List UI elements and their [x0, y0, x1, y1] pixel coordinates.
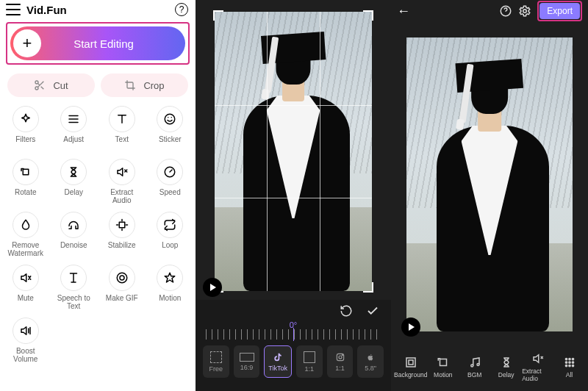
tool-label: Mute [18, 294, 34, 310]
aspect-label: Free [209, 365, 223, 373]
tool-make-gif[interactable]: Make GIF [98, 260, 146, 313]
tool-label: Motion [434, 371, 453, 379]
tool-label: Boost Volume [13, 347, 37, 363]
editor-header: ← Export [391, 0, 588, 22]
tool-extract-audio[interactable]: Extract Audio [98, 154, 146, 207]
tool-rotate[interactable]: Rotate [1, 154, 50, 207]
export-label: Export [547, 6, 573, 16]
speech-text-icon [60, 265, 87, 291]
aspect-free[interactable]: Free [203, 345, 229, 378]
tool-label: Extract Audio [522, 367, 553, 382]
star-icon [157, 265, 183, 291]
sparkle-icon [12, 106, 39, 132]
volume-up-icon [12, 318, 39, 344]
aspect-label: 5.8" [365, 365, 376, 372]
aspect-tiktok[interactable]: TikTok [264, 345, 292, 378]
hourglass-icon [60, 159, 87, 185]
tool-delay[interactable]: Delay [490, 356, 522, 379]
aspect-1-1[interactable]: 1:1 [296, 345, 323, 378]
tool-label: Filters [15, 135, 35, 151]
crop-button[interactable]: Crop [101, 73, 188, 97]
cut-button[interactable]: Cut [7, 73, 95, 97]
tool-label: Extract Audio [110, 188, 133, 204]
crop-preview[interactable] [196, 0, 391, 300]
start-editing-button[interactable]: + Start Editing [10, 26, 185, 60]
help-icon[interactable]: ? [175, 3, 188, 16]
tool-remove-watermark[interactable]: Remove Watermark [1, 207, 50, 260]
home-header: Vid.Fun ? [0, 0, 196, 18]
crop-controls: 0° Free 16:9 TikTok 1:1 1:1 5.8" [196, 300, 391, 391]
menu-icon[interactable] [6, 4, 21, 15]
tool-label: Background [394, 371, 427, 379]
reset-rotation-button[interactable] [340, 304, 353, 318]
crop-label: Crop [143, 80, 164, 91]
tool-adjust[interactable]: Adjust [50, 101, 98, 154]
editor-preview[interactable] [391, 22, 588, 342]
crop-icon [124, 79, 136, 91]
audio-out-icon [109, 159, 135, 185]
tool-speed[interactable]: Speed [146, 154, 195, 207]
aspect-iphone[interactable]: 5.8" [357, 345, 384, 378]
svg-point-9 [338, 355, 341, 358]
video-frame-image [215, 12, 372, 291]
cut-label: Cut [53, 80, 68, 91]
tool-denoise[interactable]: Denoise [50, 207, 98, 260]
rotate-icon [12, 159, 39, 185]
export-button[interactable]: Export [539, 3, 580, 19]
aspect-ratio-row: Free 16:9 TikTok 1:1 1:1 5.8" [203, 345, 384, 378]
tool-label: Delay [498, 371, 514, 379]
tool-motion[interactable]: Motion [146, 260, 195, 313]
svg-point-12 [523, 10, 527, 13]
rotation-ruler[interactable] [206, 329, 381, 340]
settings-icon[interactable] [518, 4, 531, 18]
help-icon[interactable] [499, 4, 512, 18]
gif-icon [109, 265, 135, 291]
tool-loop[interactable]: Loop [146, 207, 195, 260]
tool-background[interactable]: Background [394, 356, 427, 379]
tool-label: BGM [467, 371, 481, 379]
tool-extract-audio[interactable]: Extract Audio [522, 352, 553, 382]
aspect-instagram[interactable]: 1:1 [327, 345, 354, 378]
play-button[interactable] [401, 318, 420, 337]
loop-icon [157, 212, 183, 238]
apple-icon [365, 352, 376, 362]
tool-label: Stabilize [108, 241, 136, 257]
play-button[interactable] [203, 278, 222, 297]
back-button[interactable]: ← [397, 4, 410, 19]
droplet-icon [12, 212, 39, 238]
svg-point-17 [477, 363, 479, 365]
tool-all[interactable]: All [553, 356, 585, 379]
svg-rect-13 [406, 358, 415, 367]
crop-frame[interactable] [215, 12, 372, 291]
preview-frame [406, 37, 573, 331]
tiktok-icon [273, 352, 283, 362]
tool-label: Speed [159, 188, 181, 204]
svg-rect-14 [409, 360, 413, 365]
svg-rect-3 [23, 169, 29, 175]
quick-actions: Cut Crop [7, 73, 188, 97]
tool-motion[interactable]: Motion [427, 356, 459, 379]
start-editing-highlight: + Start Editing [6, 22, 190, 65]
tool-text[interactable]: Text [98, 101, 146, 154]
tool-filters[interactable]: Filters [1, 101, 50, 154]
tool-stabilize[interactable]: Stabilize [98, 207, 146, 260]
aspect-label: 1:1 [305, 365, 315, 373]
svg-point-22 [568, 361, 570, 362]
svg-point-6 [117, 273, 127, 283]
motion-icon [437, 356, 450, 369]
tool-label: Speech to Text [57, 294, 90, 310]
tool-sticker[interactable]: Sticker [146, 101, 195, 154]
aspect-16-9[interactable]: 16:9 [234, 345, 260, 378]
svg-point-19 [568, 358, 570, 359]
tool-label: Adjust [63, 135, 84, 151]
tool-bgm[interactable]: BGM [459, 356, 490, 379]
tool-label: Rotate [15, 188, 36, 204]
tool-mute[interactable]: Mute [1, 260, 50, 313]
background-icon [404, 356, 417, 369]
confirm-crop-button[interactable] [366, 304, 379, 318]
tool-label: Text [115, 135, 129, 151]
tool-boost-volume[interactable]: Boost Volume [1, 313, 50, 366]
tool-speech-to-text[interactable]: Speech to Text [50, 260, 98, 313]
tool-delay[interactable]: Delay [50, 154, 98, 207]
tool-label: Delay [64, 188, 83, 204]
